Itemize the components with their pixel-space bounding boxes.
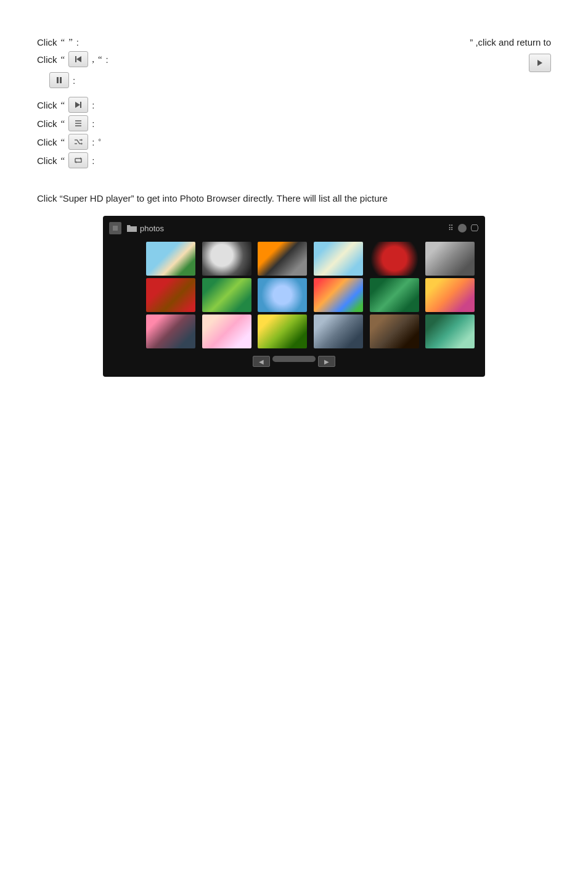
photo-browser-section: Click “Super HD player” to get into Phot… <box>37 193 551 377</box>
svg-rect-0 <box>75 56 76 62</box>
instruction-row-1: Click “ ” : ” ,click and return to <box>37 37 551 47</box>
quote-close-1: ” <box>68 37 73 47</box>
svg-marker-1 <box>76 56 81 62</box>
photo-browser: photos ⠿ 🖵 <box>103 216 485 377</box>
quote-open-1: “ <box>61 37 65 47</box>
thumbnail-15[interactable] <box>258 314 307 348</box>
pb-thumbnail-grid <box>146 242 479 348</box>
thumbnail-2[interactable] <box>202 242 251 276</box>
instruction-row-3: Click “ : <box>37 97 551 113</box>
pb-folder: photos <box>126 224 164 233</box>
svg-marker-14 <box>81 142 83 145</box>
instruction-row-6: Click “ : <box>37 152 551 168</box>
thumbnail-7[interactable] <box>146 278 195 312</box>
svg-rect-3 <box>60 77 62 83</box>
instruction-row-2b: : <box>37 72 108 88</box>
thumbnail-16[interactable] <box>314 314 363 348</box>
svg-marker-5 <box>75 102 80 108</box>
thumbnail-5[interactable] <box>370 242 419 276</box>
click-label-2: Click <box>37 54 57 65</box>
section-description: Click “Super HD player” to get into Phot… <box>37 193 551 203</box>
next-button[interactable] <box>68 97 88 113</box>
pause-button[interactable] <box>49 72 69 88</box>
click-label-3: Click <box>37 100 57 110</box>
pb-circle-btn[interactable] <box>458 224 467 232</box>
colon-1: : <box>76 37 79 47</box>
shuffle-button[interactable] <box>68 134 88 150</box>
thumbnail-8[interactable] <box>202 278 251 312</box>
pb-grid-icon[interactable]: ⠿ <box>448 224 454 232</box>
prev-button[interactable] <box>68 51 88 67</box>
pb-topbar: photos ⠿ 🖵 <box>109 222 479 234</box>
svg-marker-4 <box>537 60 542 66</box>
thumbnail-17[interactable] <box>370 314 419 348</box>
thumbnail-1[interactable] <box>146 242 195 276</box>
pb-monitor-icon[interactable]: 🖵 <box>470 223 479 233</box>
svg-rect-2 <box>57 77 59 83</box>
click-label-6: Click <box>37 155 57 166</box>
svg-rect-17 <box>113 226 118 231</box>
right-label-1: ” ,click and return to <box>470 37 551 47</box>
svg-marker-13 <box>81 139 83 141</box>
pb-title: photos <box>140 224 164 233</box>
click-label-4: Click <box>37 118 57 129</box>
instruction-row-4: Click “ : <box>37 115 551 131</box>
thumbnail-13[interactable] <box>146 314 195 348</box>
thumbnail-14[interactable] <box>202 314 251 348</box>
pb-prev-btn[interactable]: ◀ <box>253 356 270 367</box>
thumbnail-9[interactable] <box>258 278 307 312</box>
thumbnail-6[interactable] <box>425 242 475 276</box>
thumbnail-12[interactable] <box>425 278 475 312</box>
thumbnail-3[interactable] <box>258 242 307 276</box>
thumbnail-18[interactable] <box>425 314 475 348</box>
thumbnail-4[interactable] <box>314 242 363 276</box>
pb-back-icon[interactable] <box>109 222 121 234</box>
circle-symbol: ° <box>98 138 101 146</box>
repeat-button[interactable] <box>68 152 88 168</box>
pb-bottom-nav: ◀ ▶ <box>109 356 479 367</box>
pb-topright-controls: ⠿ 🖵 <box>448 223 479 233</box>
instructions-section: Click “ ” : ” ,click and return to Click… <box>37 37 551 168</box>
instruction-row-2a: Click “ , “ : <box>37 51 108 67</box>
thumbnail-10[interactable] <box>314 278 363 312</box>
play-button-right[interactable] <box>529 54 551 72</box>
click-label-1: Click <box>37 37 57 47</box>
list-button[interactable] <box>68 115 88 131</box>
svg-rect-6 <box>80 102 81 108</box>
click-label-5: Click <box>37 137 57 147</box>
pb-scrollbar[interactable] <box>272 356 316 362</box>
instruction-row-5: Click “ : ° <box>37 134 551 150</box>
pb-next-btn[interactable]: ▶ <box>318 356 335 367</box>
thumbnail-11[interactable] <box>370 278 419 312</box>
